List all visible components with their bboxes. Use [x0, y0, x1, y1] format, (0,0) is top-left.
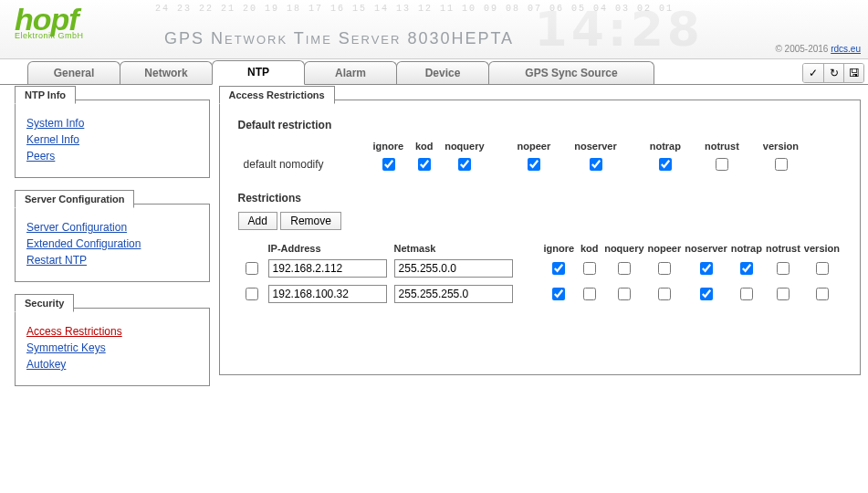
tab-gps-sync-source[interactable]: GPS Sync Source [488, 61, 654, 84]
default-restriction-name: default nomodify [244, 158, 362, 171]
col2-kod: kod [576, 241, 602, 256]
col-noserver: noserver [556, 139, 622, 153]
row1-ip-input[interactable] [268, 285, 387, 303]
tab-general[interactable]: General [27, 61, 120, 84]
row0-ignore-checkbox[interactable] [552, 262, 565, 275]
tab-device[interactable]: Device [396, 61, 489, 84]
sidebar-item-extended-configuration[interactable]: Extended Configuration [26, 237, 141, 250]
col-ignore: ignore [368, 139, 410, 153]
content: Access Restrictions Default restriction … [219, 100, 861, 401]
col2-version: version [802, 241, 842, 256]
row1-noquery-checkbox[interactable] [618, 288, 631, 300]
remove-button[interactable]: Remove [280, 212, 341, 230]
main: NTP Info System Info Kernel Info Peers S… [0, 85, 868, 419]
logo: hopf Elektronik GmbH [15, 5, 84, 40]
reload-button[interactable]: ↻ [823, 64, 843, 82]
restrictions-title: Restrictions [238, 192, 842, 205]
tab-network[interactable]: Network [120, 61, 213, 84]
add-button[interactable]: Add [238, 212, 277, 230]
panel-server-config: Server Configuration Server Configuratio… [15, 204, 210, 282]
save-icon: 🖫 [849, 67, 860, 79]
default-noserver-checkbox[interactable] [590, 158, 602, 171]
tab-alarm[interactable]: Alarm [304, 61, 397, 84]
default-noquery-checkbox[interactable] [458, 158, 471, 171]
row1-kod-checkbox[interactable] [583, 288, 596, 300]
default-ignore-checkbox[interactable] [382, 158, 395, 171]
copyright-link[interactable]: rdcs.eu [831, 44, 861, 54]
default-notrap-checkbox[interactable] [659, 158, 672, 171]
table-row [238, 281, 842, 307]
default-kod-checkbox[interactable] [418, 158, 431, 171]
col-noquery: noquery [439, 139, 489, 153]
row0-mask-input[interactable] [394, 259, 513, 278]
restrictions-table: IP-Address Netmask ignore kod noquery no… [238, 241, 842, 307]
col-ip: IP-Address [265, 241, 391, 256]
row0-select-checkbox[interactable] [246, 262, 258, 275]
row1-version-checkbox[interactable] [816, 288, 829, 300]
tab-ntp[interactable]: NTP [212, 60, 305, 85]
col-notrap: notrap [622, 139, 686, 153]
sidebar-item-access-restrictions[interactable]: Access Restrictions [26, 325, 122, 338]
row0-nopeer-checkbox[interactable] [658, 262, 671, 275]
col2-noquery: noquery [602, 241, 645, 256]
col-version: version [745, 139, 804, 153]
sidebar: NTP Info System Info Kernel Info Peers S… [15, 100, 210, 412]
row0-noquery-checkbox[interactable] [618, 262, 631, 275]
row1-ignore-checkbox[interactable] [552, 288, 565, 300]
copyright: © 2005-2016 rdcs.eu [775, 44, 861, 54]
default-notrust-checkbox[interactable] [716, 158, 728, 171]
row0-noserver-checkbox[interactable] [700, 262, 713, 275]
reload-icon: ↻ [830, 67, 839, 79]
col2-notrust: notrust [764, 241, 802, 256]
col-notrust: notrust [686, 139, 745, 153]
row1-nopeer-checkbox[interactable] [658, 288, 671, 300]
default-restriction-title: Default restriction [238, 119, 842, 131]
logo-subtext: Elektronik GmbH [15, 31, 84, 40]
panel-title-security: Security [15, 294, 74, 312]
save-button[interactable]: 🖫 [843, 64, 863, 82]
sidebar-item-system-info[interactable]: System Info [26, 117, 84, 130]
row1-mask-input[interactable] [394, 285, 513, 303]
row1-notrust-checkbox[interactable] [777, 288, 790, 300]
col-kod: kod [409, 139, 439, 153]
sidebar-item-server-configuration[interactable]: Server Configuration [26, 221, 127, 234]
col2-notrap: notrap [729, 241, 764, 256]
copyright-text: © 2005-2016 [775, 44, 831, 54]
tabrow: General Network NTP Alarm Device GPS Syn… [0, 59, 868, 85]
row1-notrap-checkbox[interactable] [740, 288, 753, 300]
panel-title-access-restrictions: Access Restrictions [219, 86, 335, 104]
row1-select-checkbox[interactable] [246, 288, 258, 300]
sidebar-item-kernel-info[interactable]: Kernel Info [26, 133, 79, 146]
col2-ignore: ignore [517, 241, 577, 256]
page-title: GPS Network Time Server 8030HEPTA [164, 29, 514, 48]
panel-title-server-config: Server Configuration [15, 190, 134, 208]
row0-version-checkbox[interactable] [816, 262, 829, 275]
default-restriction-table: ignore kod noquery nopeer noserver notra… [238, 139, 804, 175]
row0-notrap-checkbox[interactable] [740, 262, 753, 275]
logo-text: hopf [15, 5, 84, 33]
default-nopeer-checkbox[interactable] [528, 158, 540, 171]
sidebar-item-autokey[interactable]: Autokey [26, 358, 66, 371]
row0-notrust-checkbox[interactable] [777, 262, 790, 275]
sidebar-item-symmetric-keys[interactable]: Symmetric Keys [26, 341, 106, 354]
panel-security: Security Access Restrictions Symmetric K… [15, 308, 210, 386]
row0-kod-checkbox[interactable] [583, 262, 596, 275]
col-netmask: Netmask [391, 241, 517, 256]
row0-ip-input[interactable] [268, 259, 387, 278]
sidebar-item-restart-ntp[interactable]: Restart NTP [26, 254, 87, 267]
row1-noserver-checkbox[interactable] [700, 288, 713, 300]
table-row [238, 256, 842, 281]
col2-noserver: noserver [683, 241, 728, 256]
panel-title-ntp-info: NTP Info [15, 86, 76, 104]
panel-ntp-info: NTP Info System Info Kernel Info Peers [15, 100, 210, 178]
background-clock: 14:28 [534, 2, 704, 57]
header: hopf Elektronik GmbH 24 23 22 21 20 19 1… [0, 0, 868, 59]
col-nopeer: nopeer [490, 139, 557, 153]
col2-nopeer: nopeer [646, 241, 684, 256]
check-icon: ✓ [809, 67, 818, 79]
apply-button[interactable]: ✓ [803, 64, 823, 82]
toolbar: ✓ ↻ 🖫 [802, 63, 864, 83]
panel-access-restrictions: Access Restrictions Default restriction … [219, 100, 861, 375]
sidebar-item-peers[interactable]: Peers [26, 150, 55, 163]
default-version-checkbox[interactable] [775, 158, 788, 171]
